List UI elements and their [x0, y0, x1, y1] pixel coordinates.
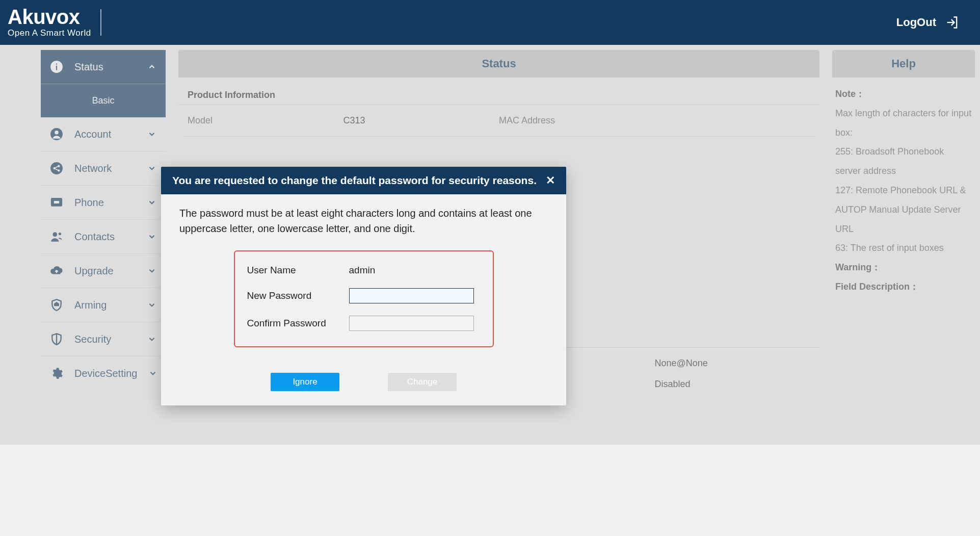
account2-value: None@None	[655, 358, 811, 369]
chevron-down-icon	[147, 300, 156, 310]
model-value: C313	[343, 115, 499, 126]
svg-rect-12	[54, 200, 60, 205]
sidebar-item-network[interactable]: Network	[41, 151, 166, 185]
confirm-password-input[interactable]	[349, 316, 474, 331]
svg-point-5	[50, 162, 63, 174]
sidebar-item-label: Network	[74, 163, 112, 174]
help-field-header: Field Description：	[835, 277, 972, 297]
username-value: admin	[349, 265, 376, 276]
modal-header: You are requested to change the default …	[161, 167, 566, 194]
change-password-modal: You are requested to change the default …	[161, 167, 566, 405]
help-panel: Help Note： Max length of characters for …	[832, 50, 975, 445]
info-icon	[50, 60, 63, 73]
sidebar-item-label: Basic	[92, 95, 114, 106]
chevron-down-icon	[147, 198, 156, 207]
new-password-input[interactable]	[349, 288, 474, 303]
brand-block: Akuvox Open A Smart World	[8, 7, 91, 38]
sidebar-item-arming[interactable]: Arming	[41, 288, 166, 322]
logout-icon	[945, 15, 960, 30]
svg-point-4	[55, 131, 59, 135]
monitor-icon	[50, 196, 63, 209]
sidebar-item-security[interactable]: Security	[41, 322, 166, 356]
modal-title: You are requested to change the default …	[172, 174, 537, 187]
help-note-header: Note：	[835, 85, 972, 104]
chevron-down-icon	[147, 232, 156, 241]
contacts-icon	[50, 230, 63, 243]
sidebar-subitem-basic[interactable]: Basic	[41, 84, 166, 117]
chevron-down-icon	[148, 369, 157, 378]
brand-separator	[100, 9, 101, 36]
row-model: Model C313 MAC Address	[178, 105, 819, 136]
ignore-button[interactable]: Ignore	[271, 373, 339, 391]
password-form: User Name admin New Password Confirm Pas…	[234, 250, 494, 347]
brand-tagline: Open A Smart World	[8, 28, 91, 38]
shield-icon	[50, 333, 63, 346]
svg-rect-1	[56, 66, 57, 70]
mac-value	[655, 115, 811, 126]
page-title: Status	[178, 50, 819, 78]
sidebar-item-label: DeviceSetting	[74, 368, 137, 379]
top-bar: Akuvox Open A Smart World LogOut	[0, 0, 980, 45]
chevron-up-icon	[147, 62, 156, 71]
sidebar-item-phone[interactable]: Phone	[41, 186, 166, 219]
help-warning-header: Warning：	[835, 258, 972, 277]
sidebar-item-devicesetting[interactable]: DeviceSetting	[41, 356, 166, 390]
help-line: 255: Broadsoft Phonebook server address	[835, 142, 972, 181]
chevron-down-icon	[147, 266, 156, 275]
sidebar-item-contacts[interactable]: Contacts	[41, 220, 166, 253]
sidebar-item-label: Contacts	[74, 231, 115, 243]
svg-point-13	[52, 232, 57, 237]
chevron-down-icon	[147, 164, 156, 173]
change-button[interactable]: Change	[388, 373, 457, 391]
sidebar-item-label: Security	[74, 334, 111, 345]
help-title: Help	[832, 50, 975, 78]
confirm-password-label: Confirm Password	[247, 318, 349, 329]
logout-button[interactable]: LogOut	[896, 15, 960, 30]
help-line: 127: Remote Phonebook URL & AUTOP Manual…	[835, 181, 972, 239]
modal-message: The password must be at least eight char…	[179, 206, 548, 236]
cloud-up-icon	[50, 264, 63, 277]
svg-point-7	[58, 165, 60, 167]
sidebar-item-label: Upgrade	[74, 265, 114, 277]
svg-point-8	[58, 169, 60, 171]
svg-point-14	[59, 233, 61, 235]
help-line: 63: The rest of input boxes	[835, 239, 972, 258]
close-icon[interactable]: ✕	[546, 174, 555, 187]
sidebar-item-label: Phone	[74, 197, 104, 209]
person-icon	[50, 127, 63, 141]
sidebar-item-label: Account	[74, 129, 111, 140]
sidebar-item-status[interactable]: Status	[41, 50, 166, 84]
model-label: Model	[188, 115, 343, 126]
sidebar-item-upgrade[interactable]: Upgrade	[41, 254, 166, 288]
help-line: Max length of characters for input box:	[835, 104, 972, 143]
account2-state: Disabled	[655, 379, 811, 390]
sidebar-item-account[interactable]: Account	[41, 117, 166, 151]
share-icon	[50, 162, 63, 175]
new-password-label: New Password	[247, 290, 349, 301]
chevron-down-icon	[147, 335, 156, 344]
chevron-down-icon	[147, 130, 156, 139]
username-label: User Name	[247, 265, 349, 276]
brand-name: Akuvox	[8, 7, 91, 27]
logout-label: LogOut	[896, 16, 936, 29]
sidebar-item-label: Arming	[74, 299, 107, 311]
shield-home-icon	[50, 298, 63, 312]
section-product-info: Product Information	[178, 78, 819, 105]
gear-icon	[50, 367, 63, 380]
svg-rect-2	[56, 64, 57, 65]
sidebar-item-label: Status	[74, 61, 103, 73]
sidebar: Status Basic Account Network Phone	[41, 50, 166, 445]
mac-label: MAC Address	[499, 115, 655, 126]
